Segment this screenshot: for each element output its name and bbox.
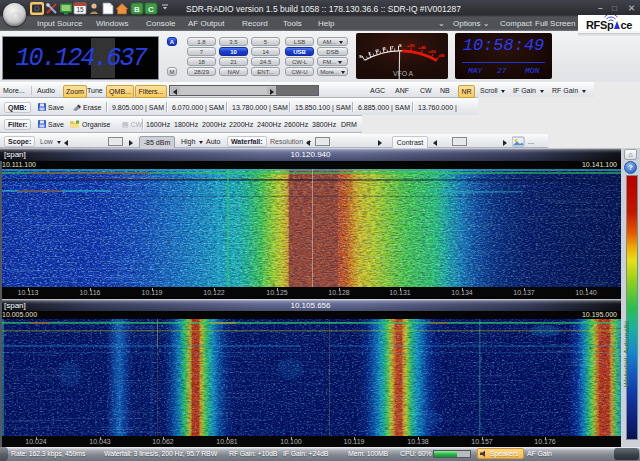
svg-text:Waterfall: Automatic: Waterfall: Automatic xyxy=(622,320,631,387)
svg-text:+40: +40 xyxy=(418,45,426,50)
svg-text:B: B xyxy=(134,5,140,14)
svg-text:+20: +20 xyxy=(407,43,415,48)
svg-text:C: C xyxy=(148,5,154,14)
svg-text:15: 15 xyxy=(76,6,84,13)
svg-text:VFO A: VFO A xyxy=(393,70,413,77)
svg-text:S: S xyxy=(359,54,362,59)
svg-text:+60: +60 xyxy=(428,49,436,54)
svg-text:dB: dB xyxy=(439,53,445,58)
